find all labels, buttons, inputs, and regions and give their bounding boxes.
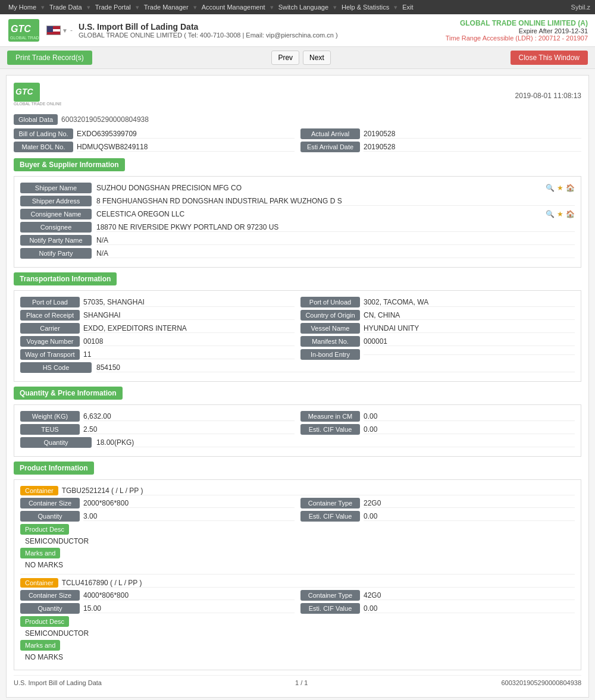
account-info: GLOBAL TRADE ONLINE LIMITED (A) Expire A… — [446, 19, 588, 42]
consignee-name-row: Consignee Name CELESTICA OREGON LLC 🔍 ★ … — [20, 209, 575, 219]
teus-cell: TEUS 2.50 — [20, 424, 295, 435]
star-icon-consignee[interactable]: ★ — [557, 210, 563, 218]
teus-value: 2.50 — [83, 425, 295, 434]
mater-bol-value: HDMUQSWB8249118 — [77, 143, 295, 152]
vessel-name-value: HYUNDAI UNITY — [364, 324, 575, 333]
way-of-transport-value: 11 — [83, 350, 295, 359]
close-button-top[interactable]: Close This Window — [511, 51, 588, 65]
quantity-price-section: Quantity & Price Information Weight (KG)… — [14, 387, 581, 457]
transport-row-4: Voyage Number 00108 Manifest No. 000001 — [20, 336, 575, 347]
marks-1-header: Marks and — [20, 548, 60, 558]
port-of-load-label: Port of Load — [20, 297, 80, 307]
notify-party-name-label: Notify Party Name — [20, 235, 92, 246]
nav-trade-manager[interactable]: Trade Manager — [140, 2, 192, 12]
port-of-unload-label: Port of Unload — [300, 297, 360, 307]
company-info: GLOBAL TRADE ONLINE LIMITED ( Tel: 400-7… — [79, 32, 338, 39]
logo: GTC GLOBAL TRADE — [7, 18, 40, 43]
mater-bol-label: Mater BOL No. — [14, 142, 73, 152]
prev-button-top[interactable]: Prev — [271, 51, 299, 65]
way-of-transport-label: Way of Transport — [20, 349, 80, 360]
nav-switch-language[interactable]: Switch Language — [275, 2, 332, 12]
buyer-supplier-header: Buyer & Supplier Information — [14, 158, 125, 171]
esti-arrival-label: Esti Arrival Date — [300, 142, 360, 152]
home-icon-consignee[interactable]: 🏠 — [566, 210, 575, 218]
time-range: Time Range Accessible (LDR) : 200712 - 2… — [446, 34, 588, 42]
container-2-value: TCLU4167890 ( / L / PP ) — [62, 579, 575, 588]
marks-1-value: NO MARKS — [20, 561, 575, 569]
product-desc-2: Product Desc SEMICONDUCTOR — [20, 616, 575, 638]
nav-exit[interactable]: Exit — [399, 2, 416, 12]
marks-2-header: Marks and — [20, 640, 60, 651]
shipper-address-label: Shipper Address — [20, 196, 92, 206]
country-of-origin-value: CN, CHINA — [364, 311, 575, 320]
container-2-qty-cell: Quantity 15.00 — [20, 603, 295, 614]
voyage-number-value: 00108 — [83, 337, 295, 346]
consignee-row: Consignee 18870 NE RIVERSIDE PKWY PORTLA… — [20, 222, 575, 233]
container-2-qty-row: Quantity 15.00 Esti. CIF Value 0.00 — [20, 603, 575, 614]
home-icon-shipper[interactable]: 🏠 — [566, 184, 575, 192]
manifest-no-label: Manifest No. — [300, 336, 360, 347]
global-data-row: Global Data 6003201905290000804938 — [14, 114, 581, 125]
hs-code-label: HS Code — [20, 362, 92, 373]
product-desc-1: Product Desc SEMICONDUCTOR — [20, 524, 575, 545]
consignee-name-label: Consignee Name — [20, 209, 92, 219]
marks-2: Marks and NO MARKS — [20, 640, 575, 661]
container-1-size-cell: Container Size 2000*806*800 — [20, 498, 295, 508]
container-1-size-label: Container Size — [20, 498, 80, 508]
bol-cell: Bill of Lading No. EXDO6395399709 — [14, 128, 295, 139]
in-bond-entry-label: In-bond Entry — [300, 349, 360, 360]
expire-text: Expire After 2019-12-31 — [446, 27, 588, 34]
print-button-top[interactable]: Print Trade Record(s) — [7, 51, 92, 65]
nav-trade-data[interactable]: Trade Data — [46, 2, 86, 12]
search-icon-consignee[interactable]: 🔍 — [546, 210, 555, 218]
transportation-section: Transportation Information Port of Load … — [14, 272, 581, 382]
actual-arrival-label: Actual Arrival — [300, 128, 360, 139]
container-2-qty-value: 15.00 — [83, 604, 295, 613]
search-icon-shipper[interactable]: 🔍 — [546, 184, 555, 192]
nav-trade-portal[interactable]: Trade Portal — [92, 2, 134, 12]
notify-party-name-row: Notify Party Name N/A — [20, 235, 575, 246]
nav-my-home[interactable]: My Home — [5, 2, 40, 12]
teus-label: TEUS — [20, 424, 80, 435]
teus-row: TEUS 2.50 Esti. CIF Value 0.00 — [20, 424, 575, 435]
weight-row: Weight (KG) 6,632.00 Measure in CM 0.00 — [20, 411, 575, 422]
star-icon-shipper[interactable]: ★ — [557, 184, 563, 192]
container-1-type-label: Container Type — [300, 498, 360, 508]
carrier-cell: Carrier EXDO, EXPEDITORS INTERNA — [20, 323, 295, 334]
esti-cif-label: Esti. CIF Value — [300, 424, 360, 435]
nav-help-statistics[interactable]: Help & Statistics — [338, 2, 393, 12]
record-footer: U.S. Import Bill of Lading Data 1 / 1 60… — [14, 675, 581, 690]
container-1-qty-value: 3.00 — [83, 512, 295, 521]
esti-arrival-value: 20190528 — [364, 143, 581, 152]
footer-doc-type: U.S. Import Bill of Lading Data — [14, 679, 102, 686]
card-header: GTC GLOBAL TRADE ONLINE 2019-08-01 11:08… — [14, 83, 581, 108]
top-navigation: My Home ▾ Trade Data ▾ Trade Portal ▾ Tr… — [0, 0, 595, 14]
flag-container: ▼ - — [46, 26, 73, 35]
product-desc-1-header: Product Desc — [20, 524, 69, 535]
weight-value: 6,632.00 — [83, 412, 295, 421]
port-of-unload-value: 3002, TACOMA, WA — [364, 298, 575, 307]
container-1-type-cell: Container Type 22G0 — [300, 498, 575, 508]
container-1-cif-value: 0.00 — [364, 512, 575, 521]
product-desc-2-header: Product Desc — [20, 616, 69, 627]
product-desc-1-value: SEMICONDUCTOR — [20, 537, 575, 545]
svg-text:GTC: GTC — [15, 87, 33, 96]
buyer-supplier-section: Buyer & Supplier Information Shipper Nam… — [14, 158, 581, 268]
global-data-label: Global Data — [14, 114, 58, 125]
quantity-value: 18.00(PKG) — [96, 438, 575, 447]
header-bar: GTC GLOBAL TRADE ▼ - U.S. Import Bill of… — [0, 14, 595, 47]
container-1-cif-label: Esti. CIF Value — [300, 511, 360, 522]
nav-account-management[interactable]: Account Management — [198, 2, 269, 12]
vessel-name-label: Vessel Name — [300, 323, 360, 334]
esti-cif-value: 0.00 — [364, 425, 575, 434]
page-title: U.S. Import Bill of Lading Data — [79, 22, 338, 32]
carrier-label: Carrier — [20, 323, 80, 334]
shipper-name-label: Shipper Name — [20, 183, 92, 193]
container-2-qty-label: Quantity — [20, 603, 80, 614]
next-button-top[interactable]: Next — [303, 51, 331, 65]
container-2-size-label: Container Size — [20, 590, 80, 601]
shipper-address-row: Shipper Address 8 FENGHUANGSHAN RD DONGS… — [20, 196, 575, 206]
quantity-price-box: Weight (KG) 6,632.00 Measure in CM 0.00 … — [14, 404, 581, 457]
container-1-cif-cell: Esti. CIF Value 0.00 — [300, 511, 575, 522]
consignee-label: Consignee — [20, 222, 92, 233]
